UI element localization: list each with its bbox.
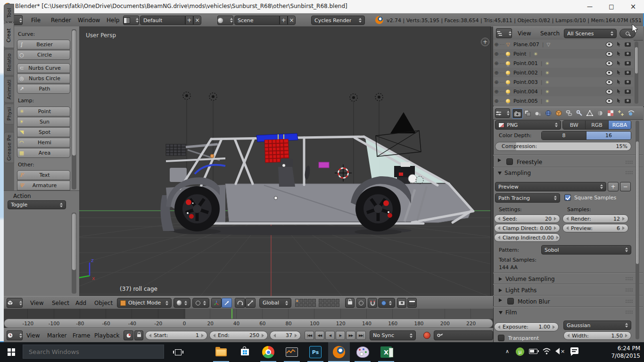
pivot-point-select[interactable] <box>192 298 209 308</box>
menu-outliner-view[interactable]: View <box>518 30 531 37</box>
taskbar-chrome-button[interactable] <box>257 342 279 362</box>
increment-arrow-icon[interactable] <box>622 217 625 221</box>
decrement-arrow-icon[interactable] <box>567 334 570 337</box>
visibility-eye-icon[interactable] <box>606 80 613 85</box>
layer-toggle[interactable] <box>308 299 312 303</box>
start-frame-field[interactable]: Start: 1 <box>145 331 207 340</box>
seed-field[interactable]: Seed:20 <box>494 214 560 223</box>
compression-slider[interactable]: Compression: 15% <box>495 142 631 151</box>
add-circle-button[interactable]: ○Circle <box>17 50 70 60</box>
jump-to-start-button[interactable]: |◀◀ <box>305 331 314 340</box>
menu-render[interactable]: Render <box>51 17 71 24</box>
selectability-cursor-icon[interactable] <box>617 98 621 104</box>
panel-drag-grip[interactable] <box>625 277 633 280</box>
add-sun-lamp-button[interactable]: ☀Sun <box>17 117 70 127</box>
panel-drag-grip[interactable] <box>625 171 633 174</box>
tab-modifiers[interactable] <box>574 108 584 118</box>
tab-object-data[interactable] <box>585 108 594 118</box>
decrement-arrow-icon[interactable] <box>149 334 151 337</box>
taskbar-clock[interactable]: 6:24 PM 7/08/2015 <box>588 345 640 360</box>
menu-outliner-search[interactable]: Search <box>540 30 560 37</box>
depth-8[interactable]: 8 <box>542 132 586 140</box>
filter-type-select[interactable]: Gaussian <box>563 321 631 330</box>
shelf-tab-grease-pencil[interactable]: Grease Pe <box>4 132 14 163</box>
menu-help[interactable]: Help <box>107 17 119 24</box>
lock-to-scene-button[interactable] <box>345 298 355 308</box>
outliner-row-point005[interactable]: ⊕ Point.005 | ✳ <box>493 96 634 106</box>
shelf-tab-tool[interactable]: Tool <box>4 4 14 22</box>
expand-icon[interactable]: ⊕ <box>493 79 500 85</box>
decrement-arrow-icon[interactable] <box>566 217 569 221</box>
integrator-select[interactable]: Path Tracing <box>495 193 560 203</box>
tab-particles[interactable] <box>616 108 626 118</box>
add-hemi-lamp-button[interactable]: ◠Hemi <box>17 138 70 148</box>
layer-toggle[interactable] <box>304 303 307 307</box>
layers-widget-right[interactable] <box>319 299 339 307</box>
tab-render-layers[interactable] <box>522 108 532 118</box>
scene-select[interactable]: Scene <box>234 16 280 25</box>
current-frame-field[interactable]: 37 <box>270 331 301 340</box>
taskbar-paint-button[interactable] <box>352 342 373 362</box>
translate-manipulator-button[interactable] <box>222 298 232 308</box>
panel-volume-sampling[interactable]: Volume Sampling <box>499 276 555 282</box>
outliner-scrollbar[interactable] <box>635 41 638 104</box>
renderability-camera-icon[interactable] <box>625 71 631 75</box>
layer-toggle[interactable] <box>312 303 316 307</box>
screen-layout-icon-button[interactable] <box>123 16 139 25</box>
square-samples-checkbox[interactable] <box>564 194 571 201</box>
color-depth-toggle[interactable]: 8 16 <box>541 131 631 140</box>
shelf-tab-create[interactable]: Creat <box>4 23 14 48</box>
taskbar-blender-button[interactable] <box>328 342 350 362</box>
properties-scrollbar[interactable] <box>636 121 639 339</box>
color-mode-rgb[interactable]: RGB <box>586 121 608 129</box>
filter-width-field[interactable]: Width:1.50 <box>563 331 631 340</box>
renderability-camera-icon[interactable] <box>625 61 631 66</box>
pattern-select[interactable]: Sobol <box>541 245 631 255</box>
play-reverse-button[interactable]: ◀ <box>325 331 335 340</box>
add-bezier-button[interactable]: ∫Bezier <box>17 40 70 49</box>
panel-light-paths[interactable]: Light Paths <box>499 287 537 294</box>
tab-scene[interactable] <box>533 108 543 118</box>
visibility-eye-icon[interactable] <box>606 99 613 104</box>
increment-arrow-icon[interactable] <box>295 334 297 337</box>
renderability-camera-icon[interactable] <box>625 42 631 47</box>
taskbar-explorer-button[interactable] <box>210 342 232 362</box>
selectability-cursor-icon[interactable] <box>617 79 621 85</box>
layer-toggle[interactable] <box>323 303 327 307</box>
screen-layout-select[interactable]: Default <box>140 16 185 25</box>
use-preview-range-button[interactable] <box>124 330 133 340</box>
expand-icon[interactable]: ⊕ <box>493 89 500 95</box>
motion-blur-checkbox[interactable] <box>507 298 514 304</box>
selectability-cursor-icon[interactable] <box>617 41 621 47</box>
opengl-render-image-button[interactable] <box>397 298 406 308</box>
volume-muted-tray-icon[interactable]: × <box>555 348 565 354</box>
menu-marker[interactable]: Marker <box>47 332 66 339</box>
tab-world[interactable] <box>543 108 553 118</box>
transparent-checkbox[interactable] <box>498 335 504 341</box>
utorrent-tray-icon[interactable]: µ <box>516 347 524 356</box>
renderability-camera-icon[interactable] <box>625 80 631 84</box>
close-button[interactable]: × <box>622 0 644 13</box>
taskbar-beamng-button[interactable] <box>281 342 303 362</box>
shelf-tab-relations[interactable]: Relatio <box>4 49 14 75</box>
color-mode-toggle[interactable]: BW RGB RGBA <box>562 120 631 130</box>
menu-window[interactable]: Window <box>78 17 100 24</box>
layer-toggle[interactable] <box>323 299 327 303</box>
playhead[interactable] <box>231 309 232 319</box>
menu-playback[interactable]: Playback <box>94 332 120 339</box>
increment-arrow-icon[interactable] <box>554 226 556 230</box>
panel-film[interactable]: Film <box>499 309 517 316</box>
menu-timeline-view[interactable]: View <box>26 332 40 339</box>
depth-16[interactable]: 16 <box>586 132 631 140</box>
color-mode-rgba[interactable]: RGBA <box>609 121 631 129</box>
timeline-ruler[interactable]: -120-100-80-60-40-2002040608010012014016… <box>4 319 493 328</box>
tab-material[interactable] <box>595 108 605 118</box>
layer-toggle[interactable] <box>319 299 322 303</box>
clamp-direct-field[interactable]: Clamp Direct:0.00 <box>494 224 560 232</box>
auto-keyframe-button[interactable] <box>423 332 430 339</box>
menu-file[interactable]: File <box>31 17 41 24</box>
taskbar-photoshop-button[interactable]: Ps <box>305 342 326 362</box>
panel-motion-blur[interactable] <box>499 298 505 302</box>
increment-arrow-icon[interactable] <box>554 217 556 221</box>
add-path-button[interactable]: ↗Path <box>17 84 70 94</box>
